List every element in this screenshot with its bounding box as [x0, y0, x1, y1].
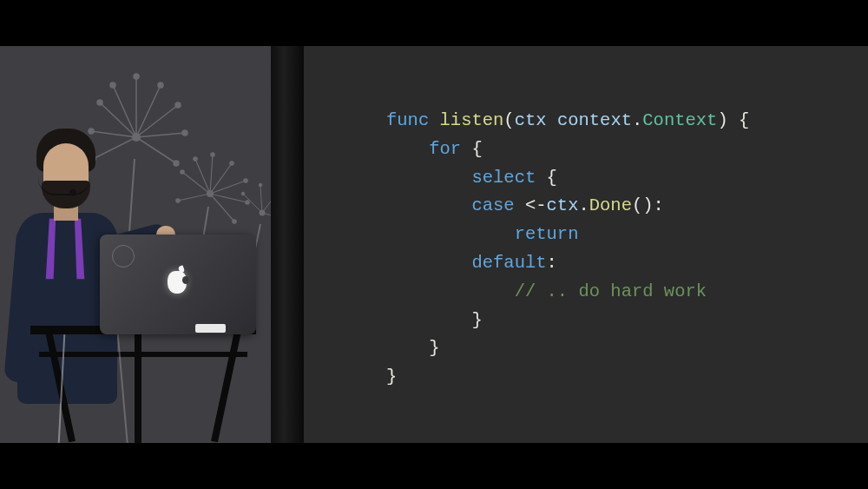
brace-close: }	[471, 310, 482, 330]
svg-line-39	[260, 185, 262, 213]
keyword-func: func	[386, 110, 429, 130]
svg-point-38	[241, 192, 245, 195]
speaker-camera-pane	[0, 46, 304, 443]
svg-point-40	[259, 183, 262, 187]
svg-point-4	[110, 83, 115, 88]
paren-open: (	[503, 110, 514, 130]
svg-point-25	[211, 153, 214, 156]
method-done: Done	[589, 195, 632, 215]
brace-close: }	[429, 338, 439, 358]
svg-point-2	[97, 100, 102, 105]
svg-line-26	[210, 163, 232, 194]
svg-point-18	[174, 161, 179, 166]
svg-point-31	[246, 201, 249, 204]
svg-point-6	[134, 74, 139, 79]
keyword-return: return	[515, 224, 579, 244]
svg-point-27	[230, 162, 233, 165]
laptop	[100, 235, 256, 334]
usb-dongle	[195, 324, 226, 333]
svg-point-21	[181, 170, 184, 174]
lighting-rig	[271, 46, 304, 443]
package-name: context	[557, 110, 632, 130]
svg-point-12	[182, 130, 187, 135]
var-ctx: ctx	[547, 195, 579, 215]
function-name: listen	[440, 110, 504, 130]
type-name: Context	[642, 110, 717, 130]
apple-logo-icon	[168, 271, 187, 294]
letterbox-bottom	[0, 443, 868, 489]
letterbox-top	[0, 0, 868, 46]
keyword-case: case	[471, 195, 514, 215]
svg-point-8	[158, 83, 163, 88]
svg-line-24	[210, 155, 213, 194]
param-name: ctx	[515, 110, 547, 130]
svg-line-34	[210, 194, 234, 221]
svg-point-23	[194, 157, 197, 161]
comment: // .. do hard work	[515, 281, 707, 301]
keyword-select: select	[471, 168, 536, 188]
laptop-sticker	[112, 245, 135, 268]
keyword-for: for	[429, 139, 461, 159]
svg-line-28	[210, 181, 246, 194]
brace-close: }	[386, 367, 397, 387]
svg-point-29	[244, 179, 247, 182]
svg-line-32	[178, 194, 210, 201]
slide-pane: func listen(ctx context.Context) { for {…	[304, 46, 868, 443]
svg-point-10	[175, 102, 181, 108]
svg-point-35	[233, 220, 236, 223]
svg-point-33	[176, 199, 180, 202]
video-content: func listen(ctx context.Context) { for {…	[0, 46, 868, 443]
code-block: func listen(ctx context.Context) { for {…	[386, 107, 749, 392]
keyword-default: default	[471, 253, 546, 273]
